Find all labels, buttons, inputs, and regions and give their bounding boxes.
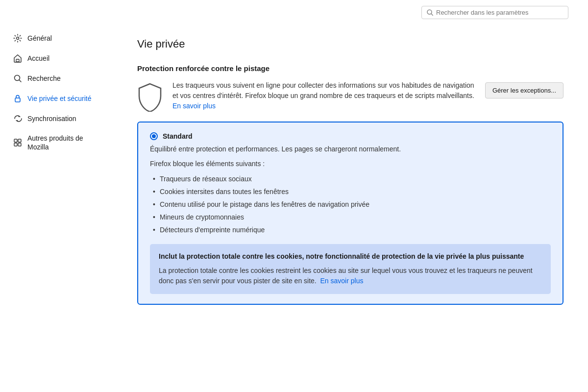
info-box-text: La protection totale contre les cookies …	[159, 266, 542, 286]
shield-icon	[137, 82, 163, 112]
mozilla-icon	[13, 138, 23, 147]
lock-icon	[13, 94, 23, 103]
gear-icon	[13, 33, 23, 43]
sidebar-label-recherche: Recherche	[27, 74, 61, 82]
standard-subtitle: Équilibré entre protection et performanc…	[150, 145, 551, 153]
standard-label: Standard	[163, 132, 193, 140]
search-icon	[427, 9, 433, 16]
list-item: Traqueurs de réseaux sociaux	[150, 172, 551, 185]
sidebar-item-autres[interactable]: Autres produits de Mozilla	[3, 129, 110, 156]
svg-rect-6	[15, 98, 20, 102]
sidebar-label-general: Général	[27, 34, 52, 42]
content-area: Vie privée Protection renforcée contre l…	[113, 23, 588, 392]
svg-point-4	[15, 75, 20, 81]
svg-rect-10	[18, 143, 21, 146]
sidebar-item-recherche[interactable]: Recherche	[3, 69, 110, 88]
svg-rect-3	[16, 59, 19, 62]
sidebar-item-vie-privee[interactable]: Vie privée et sécurité	[3, 89, 110, 108]
section-title: Protection renforcée contre le pistage	[137, 64, 564, 73]
info-box: Inclut la protection totale contre les c…	[150, 244, 551, 294]
top-bar	[0, 0, 588, 23]
home-icon	[13, 53, 23, 63]
list-item: Détecteurs d'empreinte numérique	[150, 223, 551, 236]
tracking-header: Les traqueurs vous suivent en ligne pour…	[137, 80, 564, 112]
standard-option-box: Standard Équilibré entre protection et p…	[137, 122, 564, 305]
info-learn-more-link[interactable]: En savoir plus	[320, 277, 364, 285]
blocks-list: Traqueurs de réseaux sociaux Cookies int…	[150, 172, 551, 236]
option-header: Standard	[150, 132, 551, 140]
svg-rect-7	[14, 139, 17, 142]
svg-rect-8	[18, 139, 21, 142]
svg-point-2	[17, 37, 19, 40]
svg-line-1	[431, 14, 433, 16]
sidebar-label-autres: Autres produits de Mozilla	[27, 134, 100, 151]
search-box[interactable]	[421, 6, 568, 19]
list-item: Mineurs de cryptomonnaies	[150, 211, 551, 223]
sidebar-item-synchronisation[interactable]: Synchronisation	[3, 109, 110, 128]
sync-icon	[13, 114, 23, 123]
standard-radio[interactable]	[150, 132, 158, 140]
sidebar-label-vie-privee: Vie privée et sécurité	[27, 95, 91, 102]
tracking-description: Les traqueurs vous suivent en ligne pour…	[172, 80, 475, 111]
svg-rect-9	[14, 143, 17, 146]
blocks-title: Firefox bloque les éléments suivants :	[150, 160, 551, 168]
learn-more-link[interactable]: En savoir plus	[172, 102, 216, 110]
svg-line-5	[20, 80, 22, 82]
info-box-title: Inclut la protection totale contre les c…	[159, 252, 542, 262]
list-item: Cookies intersites dans toutes les fenêt…	[150, 185, 551, 198]
sidebar-label-accueil: Accueil	[27, 54, 49, 62]
search-sidebar-icon	[13, 74, 23, 83]
manage-exceptions-button[interactable]: Gérer les exceptions...	[485, 82, 564, 98]
search-input[interactable]	[436, 9, 563, 16]
list-item: Contenu utilisé pour le pistage dans les…	[150, 198, 551, 211]
page-title: Vie privée	[137, 38, 564, 50]
sidebar-item-accueil[interactable]: Accueil	[3, 49, 110, 68]
sidebar: Général Accueil Recherche	[0, 23, 113, 392]
sidebar-label-synchronisation: Synchronisation	[27, 115, 76, 122]
main-layout: Général Accueil Recherche	[0, 23, 588, 392]
sidebar-item-general[interactable]: Général	[3, 28, 110, 48]
